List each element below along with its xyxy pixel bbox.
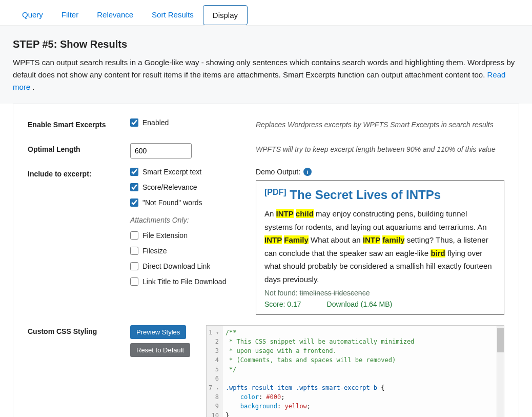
preview-styles-button[interactable]: Preview Styles (130, 325, 186, 339)
include-score[interactable]: Score/Relevance (130, 183, 256, 191)
step-description: WPFTS can output search results in a Goo… (13, 56, 519, 93)
editor-gutter: 1 ▾234567 ▾891011 (207, 326, 222, 417)
reset-default-button[interactable]: Reset to Default (130, 343, 190, 357)
info-icon[interactable]: i (303, 168, 312, 176)
tab-filter[interactable]: Filter (52, 5, 88, 25)
intro-section: STEP #5: Show Results WPFTS can output s… (0, 26, 532, 104)
enable-checkbox-row[interactable]: Enabled (130, 118, 256, 127)
attach-filesize[interactable]: Filesize (130, 247, 256, 255)
tab-display[interactable]: Display (203, 5, 248, 25)
demo-output-box: [PDF] The Secret Lives of INTPs An INTP … (256, 180, 504, 315)
demo-not-found: Not found: timeliness iridescence (264, 289, 496, 297)
tab-bar: Query Filter Relevance Sort Results Disp… (0, 0, 532, 26)
editor-code-area[interactable]: /** * This CSS snippet will be automatic… (222, 326, 497, 417)
settings-panel: Enable Smart Excerpts Enabled Replaces W… (13, 104, 519, 417)
enable-description: Replaces Wordpress excerpts by WPFTS Sma… (256, 118, 504, 129)
step-heading: STEP #5: Show Results (13, 38, 519, 50)
tab-relevance[interactable]: Relevance (88, 5, 142, 25)
demo-download-link[interactable]: Download (1.64 MB) (327, 300, 393, 308)
optimal-length-input[interactable] (130, 143, 192, 158)
tab-sort-results[interactable]: Sort Results (142, 5, 203, 25)
custom-css-label: Custom CSS Styling (28, 325, 130, 335)
optimal-length-label: Optimal Length (28, 143, 130, 153)
optimal-length-description: WPFTS will try to keep excerpt length be… (256, 143, 504, 153)
demo-pdf-tag: [PDF] (264, 188, 287, 196)
editor-scrollbar[interactable] (497, 326, 504, 417)
css-code-editor[interactable]: 1 ▾234567 ▾891011 /** * This CSS snippet… (206, 325, 504, 417)
attach-direct-download[interactable]: Direct Download Link (130, 262, 256, 270)
include-label: Include to excerpt: (28, 168, 130, 293)
demo-excerpt-text: An INTP child may enjoy constructing pen… (264, 207, 496, 286)
include-smart-excerpt[interactable]: Smart Excerpt text (130, 168, 256, 176)
demo-output-label: Demo Output: i (256, 168, 504, 176)
demo-score: Score: 0.17 (264, 300, 301, 308)
enable-label: Enable Smart Excerpts (28, 118, 130, 129)
tab-query[interactable]: Query (13, 5, 52, 25)
demo-title-link[interactable]: The Secret Lives of INTPs (290, 188, 441, 202)
enable-checkbox[interactable] (130, 118, 138, 127)
attach-link-title[interactable]: Link Title to File Download (130, 277, 256, 286)
include-not-found[interactable]: "Not Found" words (130, 198, 256, 207)
attach-file-extension[interactable]: File Extension (130, 231, 256, 240)
attachments-only-heading: Attachments Only: (130, 216, 256, 224)
